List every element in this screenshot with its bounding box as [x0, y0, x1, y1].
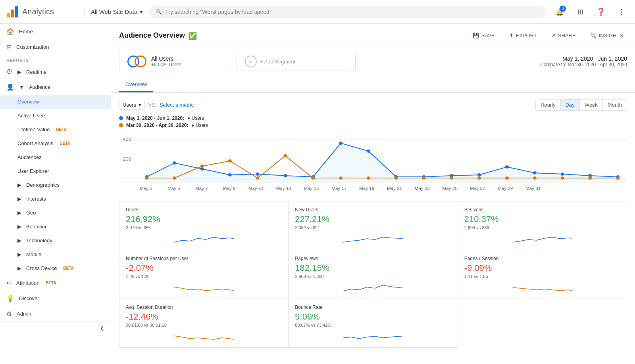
add-segment-button[interactable]: + + Add Segment	[237, 52, 356, 71]
vs-text: VS.	[148, 102, 156, 108]
svg-point-26	[145, 176, 148, 180]
segment-circles	[127, 54, 146, 69]
sidebar-item-cross-device[interactable]: ▶ Cross Device BETA	[0, 261, 111, 275]
expand-icon-cross-device: ▶	[17, 265, 21, 271]
svg-text:May 15: May 15	[304, 186, 319, 191]
svg-point-32	[311, 176, 315, 180]
select-metric-button[interactable]: Select a metric	[160, 102, 194, 108]
svg-text:May 19: May 19	[359, 186, 374, 191]
metric-sessions-per-user[interactable]: Number of Sessions per User -2.07% 1.25 …	[119, 250, 289, 299]
tab-overview[interactable]: Overview	[119, 77, 153, 92]
svg-point-37	[450, 176, 453, 180]
metric-ps-value: -9.09%	[464, 263, 620, 273]
metric-sessions-sparkline	[464, 232, 620, 244]
metric-dropdown[interactable]: Users ▾	[119, 100, 145, 110]
lifetime-value-beta-badge: BETA	[56, 127, 66, 132]
time-btn-hourly[interactable]: Hourly	[536, 100, 561, 110]
metric-users-name: Users	[126, 207, 282, 213]
insights-icon: 🔍	[590, 33, 597, 38]
svg-text:May 23: May 23	[415, 186, 430, 191]
svg-point-20	[477, 173, 481, 176]
metric-br-sub: 80.07% vs 73.42%	[295, 323, 451, 328]
page-header: Audience Overview ✅ 💾 SAVE ⬆ EXPORT ↗ SH…	[111, 24, 635, 46]
admin-icon: ⚙	[6, 310, 12, 318]
all-users-segment[interactable]: All Users +0.00% Users	[119, 51, 230, 72]
metric-spu-value: -2.07%	[126, 263, 282, 273]
attribution-icon: ↩	[6, 279, 12, 287]
time-btn-day[interactable]: Day	[561, 100, 580, 110]
metric-pages-session[interactable]: Pages / Session -9.09% 1.41 vs 1.55	[458, 250, 627, 299]
sidebar-item-user-explorer[interactable]: User Explorer	[0, 164, 111, 178]
sidebar-item-customization[interactable]: ⊞ Customization	[0, 39, 111, 55]
save-button[interactable]: 💾 SAVE	[469, 30, 499, 41]
metric-br-name: Bounce Rate	[295, 305, 451, 310]
svg-point-41	[560, 176, 564, 180]
date-range-picker[interactable]: May 1, 2020 - Jun 1, 2020 Compare to: Ma…	[540, 56, 627, 67]
sidebar-item-active-users[interactable]: Active Users	[0, 109, 111, 123]
sidebar-item-home[interactable]: 🏠 Home	[0, 24, 111, 39]
sidebar-item-audience[interactable]: 👤 ▼ Audience	[0, 79, 111, 95]
sidebar-item-admin[interactable]: ⚙ Admin	[0, 306, 111, 322]
export-button[interactable]: ⬆ EXPORT	[505, 30, 541, 41]
metric-avg-session-duration[interactable]: Avg. Session Duration -12.46% 00:01:08 v…	[119, 299, 289, 348]
sidebar-item-interests[interactable]: ▶ Interests	[0, 192, 111, 206]
svg-point-16	[367, 149, 370, 153]
metric-sessions[interactable]: Sessions 210.37% 2,604 vs 839	[458, 201, 627, 250]
realtime-icon: ⏱	[6, 68, 13, 75]
search-bar[interactable]: 🔍	[149, 6, 546, 18]
apps-button[interactable]: ⊞	[573, 5, 587, 19]
expand-icon-demographics: ▶	[17, 182, 21, 188]
sidebar-item-demographics[interactable]: ▶ Demographics	[0, 178, 111, 192]
expand-icon-mobile: ▶	[17, 251, 21, 257]
property-selector[interactable]: All Web Site Data ▾	[84, 8, 143, 15]
metric-users-sparkline	[126, 232, 282, 244]
svg-point-39	[505, 176, 509, 180]
sidebar-item-attribution[interactable]: ↩ Attribution BETA	[0, 275, 111, 291]
sidebar-item-realtime[interactable]: ⏱ ▶ Realtime	[0, 64, 111, 79]
metric-sessions-sub: 2,604 vs 839	[464, 225, 620, 230]
sidebar-item-overview[interactable]: Overview	[0, 95, 111, 109]
metric-bounce-rate[interactable]: Bounce Rate 9.06% 80.07% vs 73.42%	[289, 299, 458, 348]
sidebar: 🏠 Home ⊞ Customization REPORTS ⏱ ▶ Realt…	[0, 24, 111, 364]
metric-sessions-value: 210.37%	[464, 214, 620, 224]
sidebar-item-technology[interactable]: ▶ Technology	[0, 234, 111, 247]
add-segment-circle: +	[245, 56, 257, 67]
svg-point-12	[256, 172, 259, 176]
export-icon: ⬆	[509, 33, 514, 38]
search-icon: 🔍	[156, 9, 162, 15]
sidebar-item-behavior[interactable]: ▶ Behavior	[0, 220, 111, 234]
share-button[interactable]: ↗ SHARE	[547, 30, 580, 41]
sidebar-item-discover[interactable]: 💡 Discover	[0, 291, 111, 306]
metric-label: Users	[123, 102, 136, 108]
sidebar-item-audiences[interactable]: Audiences	[0, 150, 111, 164]
sidebar-collapse-button[interactable]: ❮	[0, 322, 111, 334]
metric-users[interactable]: Users 216.92% 2,079 vs 656	[119, 201, 289, 250]
legend-label-current: May 1, 2020 - Jun 1, 2020:	[126, 115, 184, 121]
metric-spu-name: Number of Sessions per User	[126, 256, 282, 261]
svg-point-34	[367, 176, 370, 180]
notifications-button[interactable]: 🔔 3	[552, 5, 567, 19]
search-input[interactable]	[165, 9, 540, 15]
time-btn-month[interactable]: Month	[603, 100, 627, 110]
expand-icon-geo: ▶	[17, 210, 21, 216]
metric-new-users[interactable]: New Users 227.21% 2,032 vs 621	[289, 201, 458, 250]
metric-pageviews[interactable]: Pageviews 182.15% 3,668 vs 1,300	[289, 250, 458, 299]
time-btn-week[interactable]: Week	[580, 100, 603, 110]
more-options-button[interactable]: ⋮	[614, 5, 629, 19]
sidebar-item-mobile[interactable]: ▶ Mobile	[0, 247, 111, 261]
insights-button[interactable]: 🔍 INSIGHTS	[586, 30, 627, 41]
expand-icon-audience: ▼	[19, 84, 24, 90]
legend-dot-blue	[119, 116, 123, 120]
svg-text:May 9: May 9	[223, 186, 236, 191]
customization-icon: ⊞	[6, 43, 12, 51]
svg-point-40	[533, 176, 537, 180]
chart-section: Users ▾ VS. Select a metric Hourly Day W…	[111, 93, 635, 201]
help-button[interactable]: ❓	[594, 5, 608, 19]
main-chart-svg: 400 200	[119, 131, 627, 195]
sidebar-item-cohort-analysis[interactable]: Cohort Analysis BETA	[0, 136, 111, 150]
sidebar-item-lifetime-value[interactable]: Lifetime Value BETA	[0, 123, 111, 136]
sidebar-item-geo[interactable]: ▶ Geo	[0, 206, 111, 220]
date-range-main: May 1, 2020 - Jun 1, 2020	[540, 56, 627, 62]
metric-new-users-sparkline	[295, 232, 451, 244]
svg-point-35	[394, 176, 398, 180]
